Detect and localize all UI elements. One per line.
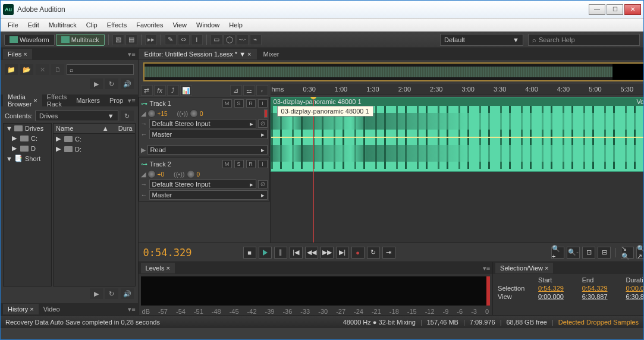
arm-record-button[interactable]: R (246, 99, 256, 108)
multitrack-mode-button[interactable]: Multitrack (56, 34, 105, 46)
view-start[interactable]: 0:00.000 (538, 293, 577, 300)
search-help-input[interactable]: ⌕Search Help (528, 34, 640, 46)
selection-duration[interactable]: 0:00.000 (626, 285, 644, 292)
loop-button[interactable]: ↻ (367, 247, 380, 259)
fast-forward-button[interactable]: ▶▶ (321, 247, 334, 259)
workspace-dropdown[interactable]: Default▼ (440, 34, 523, 46)
monitor-button[interactable]: I (258, 99, 268, 108)
spectral-pitch-button[interactable]: ▤ (125, 34, 137, 45)
mute-button[interactable]: M (222, 160, 232, 168)
view-end[interactable]: 6:30.887 (582, 293, 621, 300)
slip-tool-button[interactable]: ⇔ (178, 34, 190, 45)
track-header-1[interactable]: ⊶ Track 1 M S R I ◢ +15 ((•)) 0 (139, 97, 270, 156)
play-file-button[interactable]: ▶ (90, 78, 103, 89)
selection-view-tab[interactable]: Selection/View× (495, 263, 553, 273)
autoplay-button[interactable]: 🔊 (121, 78, 134, 89)
volume-value[interactable]: +0 (158, 171, 164, 178)
levels-meter[interactable] (141, 276, 490, 306)
panel-menu-icon[interactable]: ▾≡ (483, 265, 490, 272)
preview-play-button[interactable]: ▶ (90, 288, 103, 299)
zoom-out-point-button[interactable]: 🔍↗ (636, 247, 644, 259)
arm-record-button[interactable]: R (246, 160, 256, 168)
waveform-mode-button[interactable]: Waveform (4, 34, 55, 46)
maximize-button[interactable]: ☐ (607, 4, 623, 15)
menu-edit[interactable]: Edit (23, 20, 44, 30)
time-selection-tool-button[interactable]: I (191, 34, 203, 45)
automation-dropdown[interactable]: Read▸ (147, 145, 268, 155)
brush-tool-button[interactable]: 〰 (237, 34, 249, 45)
track-header-2[interactable]: ⊶ Track 2 M S R I ◢ +0 ((•)) 0 (139, 158, 270, 202)
play-button[interactable] (259, 247, 272, 259)
pan-value[interactable]: 0 (197, 171, 200, 178)
volume-value[interactable]: +15 (158, 111, 168, 117)
menu-favorites[interactable]: Favorites (131, 20, 168, 30)
output-dropdown[interactable]: Master▸ (149, 190, 268, 200)
zoom-out-button[interactable]: 🔍- (567, 247, 580, 259)
solo-button[interactable]: S (234, 160, 244, 168)
record-button[interactable]: ● (351, 247, 365, 259)
stop-button[interactable]: ■ (243, 247, 256, 259)
input-dropdown[interactable]: Default Stereo Input▸ (149, 180, 256, 189)
markers-tab[interactable]: Markers (71, 95, 105, 106)
solo-button[interactable]: S (234, 99, 244, 108)
files-panel-tab[interactable]: Files× (3, 49, 32, 59)
mute-button[interactable]: M (222, 99, 232, 108)
panel-menu-icon[interactable]: ▾≡ (128, 97, 135, 105)
razor-tool-button[interactable]: ✎ (165, 34, 177, 45)
menu-multitrack[interactable]: Multitrack (44, 20, 81, 30)
contents-tree[interactable]: Name▲Dura ▶C: ▶D: (53, 123, 136, 287)
panel-menu-icon[interactable]: ▾≡ (128, 51, 135, 58)
loop-file-button[interactable]: ↻ (105, 78, 118, 89)
files-filter-input[interactable]: ⌕ (67, 64, 134, 75)
skip-selection-button[interactable]: ⇥ (382, 247, 395, 259)
menu-file[interactable]: File (3, 20, 23, 30)
zoom-in-button[interactable]: 🔍+ (551, 247, 564, 259)
track-name[interactable]: Track 2 (150, 160, 220, 168)
menu-clip[interactable]: Clip (81, 20, 102, 30)
snap-button[interactable]: ⊿ (230, 85, 242, 96)
sends-button[interactable]: ⤴ (167, 85, 179, 96)
status-warning[interactable]: Detected Dropped Samples (558, 319, 639, 326)
rewind-button[interactable]: ◀◀ (305, 247, 318, 259)
phase-button[interactable]: ∅ (258, 180, 268, 188)
zoom-in-point-button[interactable]: ↘🔍 (621, 247, 634, 259)
toggle-inputs-button[interactable]: ⇄ (141, 85, 153, 96)
heal-tool-button[interactable]: ⌁ (250, 34, 262, 45)
contents-dropdown[interactable]: Drives▼ (35, 111, 118, 121)
track-name[interactable]: Track 1 (150, 100, 220, 107)
menu-help[interactable]: Help (224, 20, 247, 30)
lasso-tool-button[interactable]: ◯ (224, 34, 235, 45)
clip-volume-label[interactable]: Volume ▼ (636, 98, 644, 105)
audio-clip[interactable]: 03-dizplay-panoramic 48000 1Volume ▼ 03-… (271, 97, 644, 172)
minimize-button[interactable]: — (589, 4, 605, 15)
zoom-full-button[interactable]: ⊡ (582, 247, 595, 259)
view-duration[interactable]: 6:30.887 (626, 293, 644, 300)
pan-knob[interactable] (190, 109, 198, 118)
volume-knob[interactable] (147, 170, 156, 178)
marquee-tool-button[interactable]: ▭ (211, 34, 222, 45)
menu-effects[interactable]: Effects (102, 20, 131, 30)
levels-tab[interactable]: Levels× (141, 263, 175, 273)
pan-value[interactable]: 0 (200, 111, 203, 117)
playhead[interactable] (313, 97, 314, 243)
move-tool-button[interactable]: ▸▸ (145, 34, 157, 45)
properties-tab[interactable]: Prop (105, 95, 128, 106)
close-button[interactable]: ✕ (624, 4, 641, 15)
eq-button[interactable]: 📊 (180, 85, 192, 96)
pan-knob[interactable] (187, 170, 195, 178)
editor-tab[interactable]: Editor: Untitled Session 1.sesx *▼× (139, 49, 257, 59)
menu-window[interactable]: Window (191, 20, 224, 30)
phase-button[interactable]: ∅ (258, 119, 268, 128)
spectral-freq-button[interactable]: ▧ (112, 34, 124, 45)
timeline[interactable]: 03-dizplay-panoramic 48000 1Volume ▼ 03-… (271, 97, 644, 243)
output-dropdown[interactable]: Master▸ (149, 130, 268, 139)
history-tab[interactable]: History× (3, 304, 39, 314)
selection-end[interactable]: 0:54.329 (582, 285, 621, 292)
menu-view[interactable]: View (168, 20, 191, 30)
refresh-button[interactable]: ↻ (121, 111, 134, 121)
input-dropdown[interactable]: Default Stereo Input▸ (149, 119, 256, 128)
ripple-button[interactable]: ⚍ (243, 85, 255, 96)
volume-knob[interactable] (147, 109, 156, 118)
timecode-display[interactable]: 0:54.329 (143, 247, 215, 259)
mixer-tab[interactable]: Mixer (257, 49, 285, 59)
